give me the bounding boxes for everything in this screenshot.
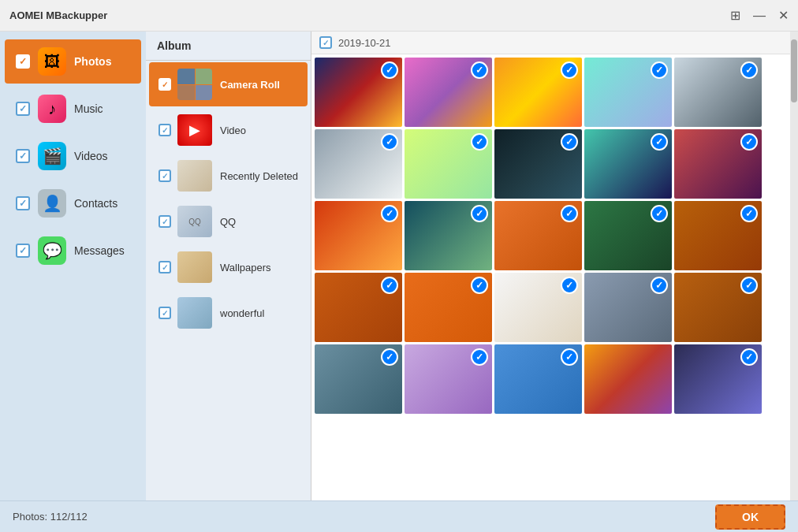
contacts-checkbox[interactable] [16,196,30,210]
sidebar-item-messages[interactable]: 💬 Messages [5,229,141,273]
photo-check-badge: ✓ [651,133,668,151]
photo-cell[interactable]: ✓ [405,129,492,199]
date-group-checkbox[interactable] [319,36,332,49]
sidebar-label-photos: Photos [74,55,111,68]
photo-cell[interactable]: ✓ [584,129,672,199]
camera-roll-thumb [177,69,212,100]
photo-check-badge: ✓ [471,61,488,79]
photo-cell[interactable]: ✓ [494,201,582,270]
photo-check-badge: ✓ [561,133,578,151]
photos-checkbox[interactable] [16,54,30,69]
recently-deleted-checkbox[interactable] [158,169,171,182]
photo-check-badge: ✓ [561,61,578,79]
photo-row-2: ✓ ✓ ✓ ✓ ✓ [315,129,787,199]
wonderful-checkbox[interactable] [158,307,171,319]
photo-cell[interactable]: ✓ [315,129,402,199]
album-label-wallpapers: Wallpapers [220,262,271,273]
album-item-video[interactable]: ▶ Video [149,108,308,152]
ok-button[interactable]: OK [715,504,785,530]
album-item-recently-deleted[interactable]: Recently Deleted [149,154,308,198]
album-item-wallpapers[interactable]: Wallpapers [149,245,308,289]
album-label-video: Video [220,125,246,136]
photo-check-badge: ✓ [471,348,488,366]
photo-cell[interactable]: ✓ [315,58,402,127]
photo-check-badge: ✓ [381,277,398,294]
scrollbar[interactable] [790,32,798,500]
photo-row-5: ✓ ✓ ✓ ✓ [315,344,787,414]
photo-row-4: ✓ ✓ ✓ ✓ ✓ [315,273,787,342]
qq-checkbox[interactable] [158,215,171,228]
photo-check-badge: ✓ [740,277,758,294]
photo-cell[interactable]: ✓ [584,201,672,270]
videos-checkbox[interactable] [16,149,30,163]
album-item-wonderful[interactable]: wonderful [149,291,308,335]
date-group-label: 2019-10-21 [338,37,391,49]
sidebar-label-contacts: Contacts [74,197,117,210]
photo-cell[interactable]: ✓ [405,273,492,342]
photo-check-badge: ✓ [651,277,668,294]
photo-row-1: ✓ ✓ ✓ ✓ ✓ [315,58,787,127]
album-panel: Album Camera Roll ▶ Video [146,32,311,500]
music-checkbox[interactable] [16,102,30,116]
photo-check-badge: ✓ [381,61,398,79]
album-item-camera-roll[interactable]: Camera Roll [149,62,308,106]
photo-check-badge: ✓ [561,205,578,222]
video-checkbox[interactable] [158,124,171,136]
photo-check-badge: ✓ [740,348,758,366]
photo-cell[interactable]: ✓ [674,129,762,199]
photo-cell[interactable] [584,344,672,414]
contacts-icon: 👤 [38,189,66,218]
sidebar-item-contacts[interactable]: 👤 Contacts [5,181,141,225]
sidebar-label-videos: Videos [74,150,108,162]
album-label-recently-deleted: Recently Deleted [220,170,298,182]
scroll-thumb[interactable] [791,39,797,102]
photo-check-badge: ✓ [740,205,758,222]
photo-check-badge: ✓ [561,277,578,294]
photo-cell[interactable]: ✓ [405,344,492,414]
photo-cell[interactable]: ✓ [315,273,402,342]
photo-cell[interactable]: ✓ [494,344,582,414]
photo-check-badge: ✓ [471,277,488,294]
photo-row-3: ✓ ✓ ✓ ✓ ✓ [315,201,787,270]
photo-cell[interactable]: ✓ [405,58,492,127]
photo-cell[interactable]: ✓ [315,344,402,414]
statusbar: Photos: 112/112 OK [0,500,798,532]
photo-check-badge: ✓ [740,133,758,151]
sidebar-label-messages: Messages [74,244,125,257]
close-button[interactable]: ✕ [778,9,789,22]
photos-icon: 🖼 [38,47,66,76]
photo-cell[interactable]: ✓ [674,273,762,342]
photo-cell[interactable]: ✓ [674,58,762,127]
sidebar-item-videos[interactable]: 🎬 Videos [5,134,141,178]
album-list: Camera Roll ▶ Video Recently Deleted QQ … [146,61,311,500]
photo-check-badge: ✓ [651,205,668,222]
sidebar-item-music[interactable]: ♪ Music [5,87,141,131]
photo-cell[interactable]: ✓ [494,129,582,199]
album-label-qq: QQ [220,216,236,228]
photo-cell[interactable]: ✓ [674,344,762,414]
minimize-button[interactable]: — [753,9,766,22]
messages-checkbox[interactable] [16,244,30,258]
wallpapers-checkbox[interactable] [158,261,171,273]
photo-check-badge: ✓ [471,133,488,151]
album-label-camera-roll: Camera Roll [220,79,280,91]
photo-grid: ✓ ✓ ✓ ✓ ✓ ✓ ✓ ✓ ✓ ✓ ✓ ✓ ✓ ✓ ✓ [311,54,790,500]
photo-cell[interactable]: ✓ [674,201,762,270]
photo-check-badge: ✓ [561,348,578,366]
photo-panel: 2019-10-21 ✓ ✓ ✓ ✓ ✓ ✓ ✓ ✓ ✓ ✓ ✓ ✓ [311,32,790,500]
messages-icon: 💬 [38,236,66,265]
album-item-qq[interactable]: QQ QQ [149,199,308,244]
photo-check-badge: ✓ [471,205,488,222]
photo-cell[interactable]: ✓ [584,273,672,342]
photo-check-badge: ✓ [651,61,668,79]
photo-cell[interactable]: ✓ [315,201,402,270]
photo-cell[interactable]: ✓ [584,58,672,127]
video-thumb: ▶ [177,114,212,146]
list-view-icon[interactable]: ⊞ [730,9,740,22]
photo-check-badge: ✓ [740,61,758,79]
camera-roll-checkbox[interactable] [158,78,171,91]
photo-cell[interactable]: ✓ [494,273,582,342]
photo-cell[interactable]: ✓ [494,58,582,127]
sidebar-item-photos[interactable]: 🖼 Photos [5,39,141,84]
photo-cell[interactable]: ✓ [405,201,492,270]
